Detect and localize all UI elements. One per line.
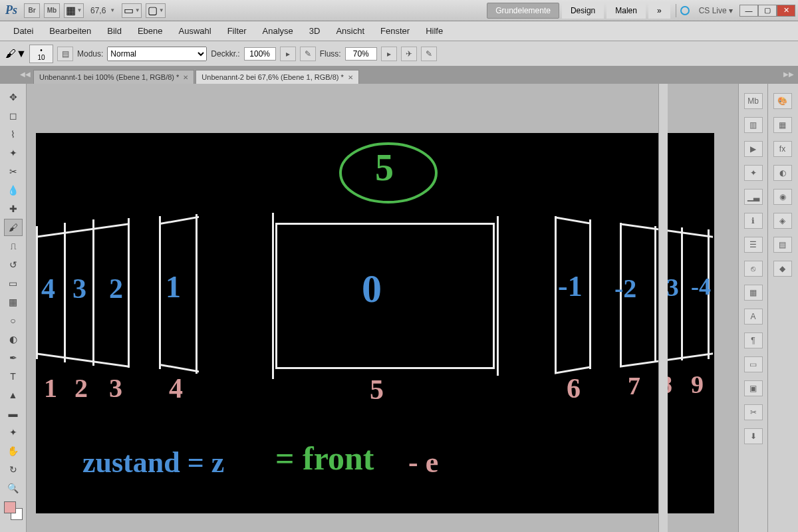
maximize-button[interactable]: ▢ bbox=[758, 5, 777, 17]
lasso-tool[interactable]: ⌇ bbox=[4, 126, 23, 143]
blue-num: 1 bbox=[166, 269, 181, 305]
brush-preset-picker[interactable]: •10 bbox=[29, 45, 53, 63]
path-select-tool[interactable]: ▲ bbox=[4, 386, 23, 404]
workspace-malen[interactable]: Malen bbox=[606, 3, 646, 19]
pen-tool[interactable]: ✒ bbox=[4, 349, 23, 366]
blend-mode-select[interactable]: Normal bbox=[107, 47, 207, 61]
character-panel-icon[interactable]: A bbox=[744, 309, 763, 325]
blue-num: -2 bbox=[614, 273, 636, 304]
histogram-panel-icon[interactable]: ▥ bbox=[744, 117, 763, 133]
brush-panel-toggle[interactable]: ▤ bbox=[57, 47, 73, 61]
menu-datei[interactable]: Datei bbox=[5, 23, 41, 39]
channels-panel-icon[interactable]: ▤ bbox=[773, 237, 792, 253]
brush-tool[interactable]: 🖌 bbox=[4, 219, 23, 236]
collapse-left-icon[interactable]: ◀◀ bbox=[20, 70, 31, 78]
opacity-scrubber[interactable]: ▸ bbox=[280, 47, 296, 61]
document-canvas[interactable]: 5 0 bbox=[36, 133, 714, 513]
stamp-tool[interactable]: ⎍ bbox=[4, 237, 23, 255]
eyedropper-tool[interactable]: 💧 bbox=[4, 182, 23, 199]
view-dropdown[interactable]: ▢▼ bbox=[146, 3, 166, 18]
tools-panel-icon[interactable]: ✂ bbox=[744, 404, 763, 420]
menu-analyse[interactable]: Analyse bbox=[255, 23, 301, 39]
arrange-dropdown[interactable]: ▭▼ bbox=[122, 3, 142, 18]
menu-filter[interactable]: Filter bbox=[219, 23, 255, 39]
type-tool[interactable]: T bbox=[4, 368, 23, 385]
brush-tool-icon[interactable]: 🖌▼ bbox=[7, 47, 25, 61]
airbrush-icon[interactable]: ✈ bbox=[401, 47, 417, 61]
dodge-tool[interactable]: ◐ bbox=[4, 331, 23, 348]
color-swatches[interactable] bbox=[4, 501, 23, 520]
magic-wand-tool[interactable]: ✦ bbox=[4, 144, 23, 162]
menu-auswahl[interactable]: Auswahl bbox=[171, 23, 219, 39]
circled-number: 5 bbox=[375, 146, 394, 189]
marquee-tool[interactable]: ◻ bbox=[4, 107, 23, 124]
paragraph-panel-icon[interactable]: ¶ bbox=[744, 332, 763, 348]
adjustments2-panel-icon[interactable]: ◉ bbox=[773, 189, 792, 205]
gradient-tool[interactable]: ▦ bbox=[4, 293, 23, 311]
collapse-right-icon[interactable]: ▶▶ bbox=[783, 70, 794, 78]
info-panel-icon[interactable]: ℹ bbox=[744, 213, 763, 229]
close-tab-icon[interactable]: ✕ bbox=[183, 74, 188, 81]
healing-tool[interactable]: ✚ bbox=[4, 200, 23, 217]
workspace-more[interactable]: » bbox=[648, 3, 670, 19]
opacity-input[interactable]: 100% bbox=[244, 47, 276, 61]
minimize-button[interactable]: — bbox=[739, 5, 758, 17]
workspace-grundelemente[interactable]: Grundelemente bbox=[487, 3, 559, 19]
clone-panel-icon[interactable]: ▣ bbox=[744, 380, 763, 396]
move-tool[interactable]: ✥ bbox=[4, 88, 23, 106]
download-panel-icon[interactable]: ⬇ bbox=[744, 428, 763, 444]
minibridge-panel-icon[interactable]: Mb bbox=[744, 93, 763, 109]
menu-bild[interactable]: Bild bbox=[99, 23, 130, 39]
rotate-tool[interactable]: ↻ bbox=[4, 461, 23, 478]
menu-hilfe[interactable]: Hilfe bbox=[418, 23, 451, 39]
close-button[interactable]: ✕ bbox=[777, 5, 795, 17]
cslive-icon bbox=[680, 6, 690, 15]
chart-panel-icon[interactable]: ▁▃ bbox=[744, 189, 763, 205]
close-tab-icon[interactable]: ✕ bbox=[348, 74, 353, 81]
pink-num: 9 bbox=[691, 370, 704, 399]
doc-tab-2[interactable]: Unbenannt-2 bei 67,6% (Ebene 1, RGB/8) *… bbox=[196, 70, 358, 84]
3d-tool[interactable]: ✦ bbox=[4, 424, 23, 441]
blue-num: -1 bbox=[558, 269, 583, 303]
pink-num: 2 bbox=[74, 372, 88, 404]
cslive-menu[interactable]: CS Live ▾ bbox=[699, 6, 733, 15]
screen-mode-dropdown[interactable]: ▦▼ bbox=[64, 3, 84, 18]
layers2-panel-icon[interactable]: ◈ bbox=[773, 213, 792, 229]
color-panel-icon[interactable]: 🎨 bbox=[773, 93, 792, 109]
shape-tool[interactable]: ▬ bbox=[4, 405, 23, 422]
play-panel-icon[interactable]: ▶ bbox=[744, 141, 763, 157]
menu-bearbeiten[interactable]: Bearbeiten bbox=[41, 23, 99, 39]
eraser-tool[interactable]: ▭ bbox=[4, 275, 23, 292]
hand-tool[interactable]: ✋ bbox=[4, 442, 23, 460]
modus-label: Modus: bbox=[77, 49, 103, 59]
bridge-button[interactable]: Br bbox=[24, 3, 40, 18]
history-brush-tool[interactable]: ↺ bbox=[4, 256, 23, 273]
menu-ansicht[interactable]: Ansicht bbox=[328, 23, 372, 39]
minibridge-button[interactable]: Mb bbox=[44, 3, 60, 18]
menu-3d[interactable]: 3D bbox=[301, 23, 329, 39]
zoom-level[interactable]: 67,6 bbox=[90, 6, 106, 15]
main-area: ✥ ◻ ⌇ ✦ ✂ 💧 ✚ 🖌 ⎍ ↺ ▭ ▦ ○ ◐ ✒ T ▲ ▬ ✦ ✋ … bbox=[0, 84, 798, 532]
brush-presets-panel-icon[interactable]: ▦ bbox=[744, 285, 763, 301]
flow-input[interactable]: 70% bbox=[345, 47, 377, 61]
menu-ebene[interactable]: Ebene bbox=[130, 23, 171, 39]
crop-tool[interactable]: ✂ bbox=[4, 163, 23, 180]
tablet-opacity-icon[interactable]: ✎ bbox=[300, 47, 316, 61]
document-tabs: ◀◀ Unbenannt-1 bei 100% (Ebene 1, RGB/8)… bbox=[0, 66, 798, 84]
vertical-scrollbar[interactable] bbox=[658, 84, 668, 532]
swatches-panel-icon[interactable]: ▦ bbox=[773, 117, 792, 133]
usb-panel-icon[interactable]: ⎋ bbox=[744, 261, 763, 277]
menu-fenster[interactable]: Fenster bbox=[372, 23, 418, 39]
adjustments-panel-icon[interactable]: ☰ bbox=[744, 237, 763, 253]
workspace-design[interactable]: Design bbox=[562, 3, 604, 19]
masks-panel-icon[interactable]: ◐ bbox=[773, 165, 792, 181]
flow-scrubber[interactable]: ▸ bbox=[381, 47, 397, 61]
layers-panel-icon[interactable]: ▭ bbox=[744, 356, 763, 372]
blur-tool[interactable]: ○ bbox=[4, 312, 23, 329]
zoom-tool[interactable]: 🔍 bbox=[4, 479, 23, 497]
tablet-size-icon[interactable]: ✎ bbox=[421, 47, 437, 61]
navigator-panel-icon[interactable]: ✦ bbox=[744, 165, 763, 181]
doc-tab-1[interactable]: Unbenannt-1 bei 100% (Ebene 1, RGB/8) *✕ bbox=[33, 70, 194, 84]
paths-panel-icon[interactable]: ◆ bbox=[773, 261, 792, 277]
styles-panel-icon[interactable]: fx bbox=[773, 141, 792, 157]
